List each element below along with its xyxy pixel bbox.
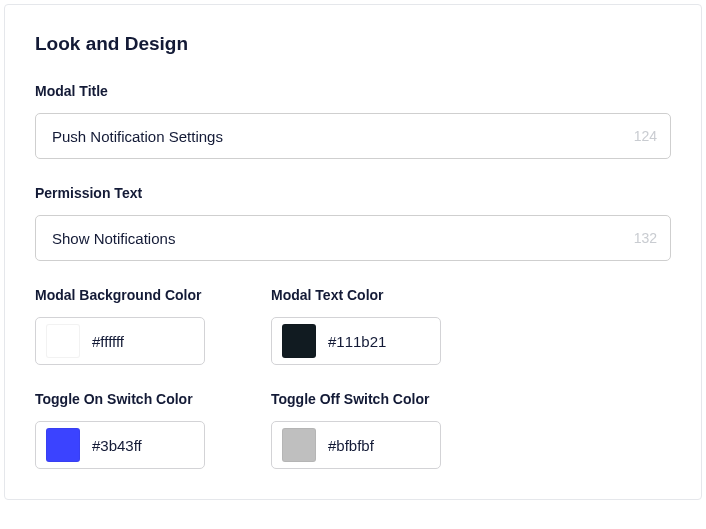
permission-text-input-wrap: 132 <box>35 215 671 261</box>
modal-bg-swatch[interactable] <box>46 324 80 358</box>
modal-bg-input[interactable] <box>35 317 205 365</box>
color-row-2: Toggle On Switch Color Toggle Off Switch… <box>35 391 671 469</box>
color-row-1: Modal Background Color Modal Text Color <box>35 287 671 365</box>
toggle-on-label: Toggle On Switch Color <box>35 391 235 407</box>
permission-text-field: Permission Text 132 <box>35 185 671 261</box>
permission-text-label: Permission Text <box>35 185 671 201</box>
toggle-on-swatch[interactable] <box>46 428 80 462</box>
toggle-on-field: Toggle On Switch Color <box>35 391 235 469</box>
look-and-design-panel: Look and Design Modal Title 124 Permissi… <box>4 4 702 500</box>
permission-text-input[interactable] <box>35 215 671 261</box>
toggle-off-label: Toggle Off Switch Color <box>271 391 471 407</box>
modal-text-field: Modal Text Color <box>271 287 471 365</box>
modal-bg-field: Modal Background Color <box>35 287 235 365</box>
section-title: Look and Design <box>35 33 671 55</box>
modal-bg-hex[interactable] <box>92 333 172 350</box>
toggle-on-hex[interactable] <box>92 437 172 454</box>
modal-title-input-wrap: 124 <box>35 113 671 159</box>
toggle-off-swatch[interactable] <box>282 428 316 462</box>
modal-text-label: Modal Text Color <box>271 287 471 303</box>
toggle-off-field: Toggle Off Switch Color <box>271 391 471 469</box>
toggle-on-input[interactable] <box>35 421 205 469</box>
modal-text-input[interactable] <box>271 317 441 365</box>
modal-text-hex[interactable] <box>328 333 408 350</box>
modal-bg-label: Modal Background Color <box>35 287 235 303</box>
toggle-off-hex[interactable] <box>328 437 408 454</box>
modal-text-swatch[interactable] <box>282 324 316 358</box>
modal-title-field: Modal Title 124 <box>35 83 671 159</box>
modal-title-input[interactable] <box>35 113 671 159</box>
toggle-off-input[interactable] <box>271 421 441 469</box>
modal-title-label: Modal Title <box>35 83 671 99</box>
